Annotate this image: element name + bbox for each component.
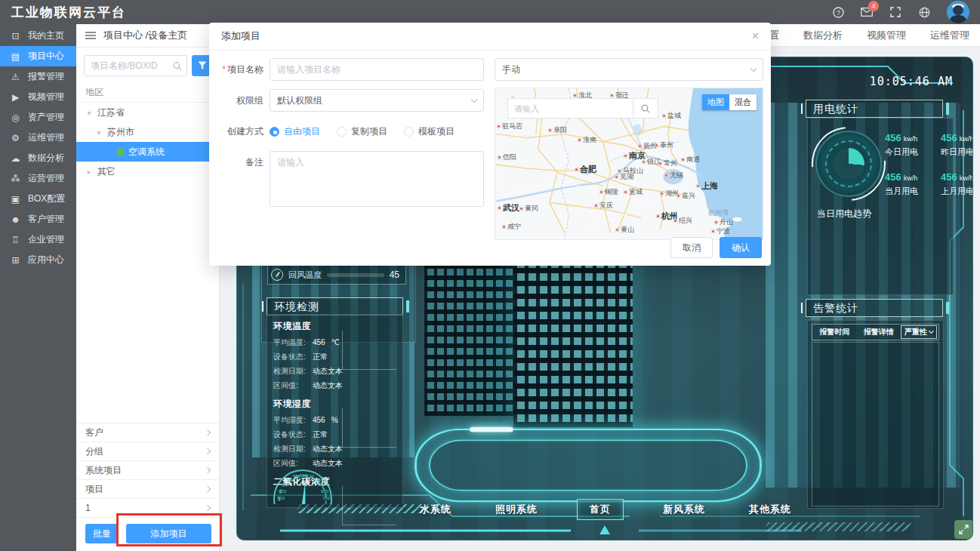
- city-dot-icon: [664, 174, 668, 177]
- project-tree-panel: 项目中心 /设备主页 地区 ▾ 江苏省 ▾: [76, 24, 220, 551]
- city-dot-icon: [599, 190, 603, 194]
- map-city: 咸宁: [502, 222, 521, 232]
- sidebar-item[interactable]: ⁂ 运营管理: [0, 168, 76, 189]
- enterprise-icon: ♖: [10, 235, 21, 245]
- sidebar-item[interactable]: ⊞ 应用中心: [0, 250, 76, 270]
- accordion-row[interactable]: 1: [76, 498, 219, 517]
- chevron-right-icon: [205, 448, 211, 454]
- system-nav-item[interactable]: 首页: [577, 499, 624, 520]
- city-dot-icon: [575, 168, 578, 171]
- system-nav-item[interactable]: 新风系统: [658, 500, 710, 519]
- tree-node[interactable]: ▾ 江苏省: [76, 103, 219, 122]
- cancel-button[interactable]: 取消: [670, 237, 713, 258]
- sidebar-item[interactable]: ☁ 数据分析: [0, 148, 76, 168]
- map-city: 宁波: [711, 226, 730, 236]
- radio-option[interactable]: 自由项目: [270, 125, 320, 138]
- top-tab[interactable]: 运维管理: [930, 29, 969, 42]
- map-search-button[interactable]: [633, 98, 658, 119]
- tree-node[interactable]: ▾ 苏州市: [76, 122, 219, 142]
- language-globe-icon[interactable]: [918, 6, 930, 18]
- chevron-down-icon: [471, 96, 477, 102]
- add-project-button[interactable]: 添加项目: [126, 524, 211, 543]
- project-name-input[interactable]: [270, 58, 484, 81]
- sidebar-item[interactable]: ▣ BOX配置: [0, 189, 76, 209]
- sidebar-item[interactable]: ▶ 视频管理: [0, 87, 76, 107]
- radio-option[interactable]: 复制项目: [337, 125, 387, 138]
- power-stats: 456kw/h 今日用电 456kw/h 昨日用电 456kw/h 当月用电: [885, 131, 973, 197]
- tree-search-input[interactable]: [91, 60, 173, 71]
- sidebar-item[interactable]: ⚙ 运维管理: [0, 128, 76, 148]
- name-label: *项目名称: [218, 58, 270, 81]
- alarm-severity-filter[interactable]: 严重性: [901, 325, 937, 339]
- radio-dot: [404, 127, 414, 137]
- tree-expander-icon[interactable]: ▾: [85, 109, 93, 117]
- app-root: 工业物联网云平台 ? 4 ⊡ 我的主页: [0, 0, 980, 551]
- map-search: [507, 98, 658, 119]
- power-panel: 456kw/h 今日用电 456kw/h 昨日用电 456kw/h 当月用电: [807, 118, 954, 295]
- tree-node[interactable]: 空调系统: [76, 142, 219, 162]
- power-gauge-caption: 当日用电趋势: [817, 208, 871, 220]
- top-tab[interactable]: 数据分析: [803, 29, 843, 42]
- location-mode-select[interactable]: 手动: [495, 58, 763, 81]
- city-dot-icon: [714, 220, 718, 224]
- city-dot-icon: [711, 229, 715, 233]
- tree-expander-icon[interactable]: ▾: [95, 128, 103, 137]
- map-city: 驻马店: [497, 122, 522, 131]
- fullscreen-icon[interactable]: [889, 6, 901, 18]
- sidebar-item[interactable]: ♖ 企业管理: [0, 229, 76, 250]
- permission-group-select[interactable]: 默认权限组: [270, 89, 484, 112]
- sidebar-item[interactable]: ◎ 资产管理: [0, 107, 76, 128]
- modal-header: 添加项目 ×: [209, 23, 771, 51]
- accordion-row[interactable]: 客户: [76, 423, 219, 442]
- sidebar-item[interactable]: ⊡ 我的主页: [0, 26, 76, 46]
- accordion-row[interactable]: 系统项目: [76, 460, 219, 479]
- sidebar-item[interactable]: ▤ 项目中心: [0, 46, 76, 66]
- map-city: 淮南: [578, 135, 596, 145]
- city-dot-icon: [681, 158, 685, 162]
- map-city: 铜陵: [599, 187, 618, 197]
- city-dot-icon: [660, 192, 664, 195]
- accordion-row[interactable]: 分组: [76, 442, 219, 460]
- alarm-col-time: 报警时间: [812, 327, 857, 337]
- tree-node[interactable]: ▸ 其它: [76, 162, 219, 181]
- env-section: 环境温度 平均温度: 456 ℃: [273, 320, 396, 391]
- system-nav-item[interactable]: 水系统: [415, 500, 456, 519]
- city-dot-icon: [615, 175, 618, 179]
- system-nav-item[interactable]: 照明系统: [491, 500, 542, 519]
- sidebar-item[interactable]: ☻ 客户管理: [0, 209, 76, 229]
- search-icon[interactable]: [173, 61, 182, 71]
- location-map[interactable]: 淮北 宿迁 盐城: [495, 88, 763, 240]
- city-dot-icon: [662, 114, 666, 118]
- power-panel-title: 用电统计: [806, 100, 943, 118]
- system-nav-item[interactable]: 其他系统: [744, 500, 796, 519]
- batch-button[interactable]: 批量: [85, 524, 119, 543]
- return-air-row: 回风温度 45: [267, 265, 406, 285]
- map-type-map[interactable]: 地图: [702, 94, 729, 110]
- sidebar-item[interactable]: ⚠ 报警管理: [0, 66, 76, 87]
- confirm-button[interactable]: 确认: [720, 237, 762, 258]
- user-avatar[interactable]: [947, 1, 969, 23]
- glowing-platform: [414, 429, 762, 503]
- help-icon[interactable]: ?: [832, 6, 844, 18]
- gauge-icon: [271, 269, 283, 281]
- collapse-menu-icon[interactable]: [85, 32, 96, 39]
- map-city: 上海: [696, 180, 718, 192]
- map-type-hybrid[interactable]: 混合: [729, 94, 757, 110]
- messages-icon[interactable]: 4: [861, 6, 873, 18]
- project-form: *项目名称 权限组 默认权限组 创建方式: [218, 58, 484, 240]
- city-dot-icon: [656, 214, 660, 218]
- close-icon[interactable]: ×: [752, 30, 759, 42]
- dashboard-clock: 10:05:46 AM: [840, 75, 953, 88]
- map-city: 宣城: [624, 187, 643, 197]
- header-actions: ? 4: [832, 1, 969, 23]
- map-search-input[interactable]: [507, 98, 633, 119]
- expand-fullscreen-button[interactable]: [954, 520, 973, 539]
- chevron-right-icon: [205, 505, 211, 511]
- svg-text:?: ?: [837, 8, 840, 16]
- top-tab[interactable]: 视频管理: [867, 29, 906, 42]
- tree-expander-icon[interactable]: ▸: [85, 168, 93, 176]
- accordion-row[interactable]: 项目: [76, 479, 219, 498]
- create-mode-radios: 自由项目 复制项目 模板项目: [270, 120, 455, 143]
- radio-option[interactable]: 模板项目: [404, 125, 455, 138]
- remark-textarea[interactable]: [270, 151, 484, 207]
